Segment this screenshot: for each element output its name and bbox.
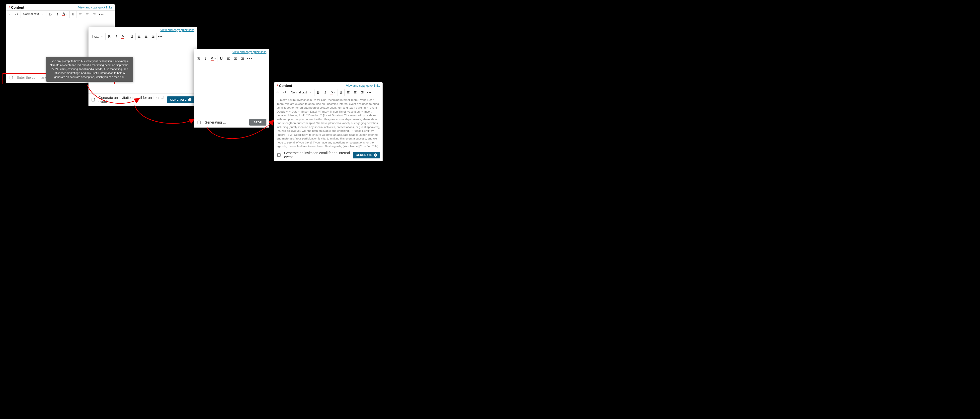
text-color-button[interactable]: A <box>209 55 218 62</box>
align-left-button[interactable] <box>225 55 232 62</box>
text-style-label: l text <box>92 35 99 38</box>
required-asterisk: * <box>9 5 10 10</box>
help-icon: ? <box>374 154 377 157</box>
underline-button[interactable]: U <box>70 11 76 18</box>
align-center-button[interactable] <box>352 89 359 96</box>
text-color-button[interactable]: A <box>119 33 128 40</box>
ai-sparkle-icon <box>91 97 96 102</box>
quick-links-link[interactable]: View and copy quick links <box>346 84 380 87</box>
underline-button[interactable]: U <box>128 33 135 40</box>
ai-command-bar: Generate an invitation email for an inte… <box>274 149 383 161</box>
undo-icon[interactable] <box>274 89 281 96</box>
chevron-down-icon <box>334 91 336 94</box>
redo-icon[interactable] <box>13 11 20 18</box>
content-label: Content <box>11 5 24 10</box>
ai-command-input[interactable]: Generate an invitation email for an inte… <box>284 151 350 159</box>
align-right-button[interactable] <box>239 55 246 62</box>
align-center-button[interactable] <box>143 33 150 40</box>
editor-toolbar: l text B I A U ••• <box>89 33 197 40</box>
editor-content-area[interactable]: Subject: You're Invited: Join Us for Our… <box>274 96 383 149</box>
stop-button[interactable]: STOP <box>249 119 266 125</box>
ai-command-bar: Generating ... STOP <box>194 117 269 127</box>
bold-button[interactable]: B <box>315 89 322 96</box>
align-left-button[interactable] <box>135 33 143 40</box>
align-center-button[interactable] <box>84 11 91 18</box>
ai-status-text: Generating ... <box>205 120 247 124</box>
editor-toolbar: B I A U ••• <box>194 55 269 62</box>
editor-toolbar: Normal text B I A U ••• <box>6 11 115 18</box>
help-icon: ? <box>188 98 191 102</box>
generate-button[interactable]: GENERATE ? <box>353 152 380 159</box>
text-style-label: Normal text <box>23 13 39 16</box>
more-button[interactable]: ••• <box>157 33 164 40</box>
italic-button[interactable]: I <box>113 33 119 40</box>
bold-button[interactable]: B <box>47 11 54 18</box>
generate-button[interactable]: GENERATE ? <box>167 97 194 103</box>
italic-button[interactable]: I <box>202 55 209 62</box>
panel-header: View and copy quick links <box>194 49 269 55</box>
editor-panel-4: * Content View and copy quick links Norm… <box>274 82 383 161</box>
editor-content-area[interactable] <box>194 62 269 117</box>
underline-button[interactable]: U <box>218 55 225 62</box>
redo-icon[interactable] <box>281 89 288 96</box>
more-button[interactable]: ••• <box>246 55 253 62</box>
italic-button[interactable]: I <box>322 89 329 96</box>
panel-header: * Content View and copy quick links <box>274 82 383 89</box>
text-style-select[interactable]: l text <box>89 35 105 38</box>
editor-panel-3: View and copy quick links B I A U ••• Ge… <box>194 49 269 127</box>
chevron-down-icon <box>310 91 312 94</box>
generate-label: GENERATE <box>170 98 187 101</box>
bold-button[interactable]: B <box>106 33 113 40</box>
align-right-button[interactable] <box>91 11 98 18</box>
editor-toolbar: Normal text B I A U ••• <box>274 89 383 96</box>
undo-icon[interactable] <box>6 11 13 18</box>
ai-sparkle-icon <box>197 119 202 125</box>
italic-button[interactable]: I <box>54 11 61 18</box>
quick-links-link[interactable]: View and copy quick links <box>78 6 112 9</box>
text-style-label: Normal text <box>291 90 307 94</box>
text-style-select[interactable]: Normal text <box>288 90 315 94</box>
panel-header: View and copy quick links <box>89 27 197 33</box>
generate-label: GENERATE <box>356 154 372 156</box>
chevron-down-icon <box>125 36 127 38</box>
underline-button[interactable]: U <box>337 89 344 96</box>
align-center-button[interactable] <box>232 55 239 62</box>
bold-button[interactable]: B <box>195 55 202 62</box>
text-style-select[interactable]: Normal text <box>21 13 47 16</box>
chevron-down-icon <box>41 13 44 16</box>
text-color-button[interactable]: A <box>329 89 337 96</box>
align-right-button[interactable] <box>150 33 156 40</box>
more-button[interactable]: ••• <box>98 11 105 18</box>
ai-sparkle-icon <box>277 152 282 158</box>
align-left-button[interactable] <box>77 11 84 18</box>
quick-links-link[interactable]: View and copy quick links <box>160 29 194 32</box>
align-right-button[interactable] <box>359 89 366 96</box>
text-color-button[interactable]: A <box>61 11 69 18</box>
ai-command-input[interactable]: Generate an invitation email for an inte… <box>99 96 164 104</box>
chevron-down-icon <box>66 13 68 15</box>
quick-links-link[interactable]: View and copy quick links <box>232 50 266 54</box>
chevron-down-icon <box>214 57 216 60</box>
chevron-down-icon <box>100 35 103 38</box>
align-left-button[interactable] <box>345 89 352 96</box>
required-asterisk: * <box>277 84 278 88</box>
content-label: Content <box>279 84 292 88</box>
ai-tooltip: Type any prompt to have AI create your d… <box>46 57 133 82</box>
panel-header: * Content View and copy quick links <box>6 4 115 11</box>
ai-command-bar: Generate an invitation email for an inte… <box>89 94 197 106</box>
ai-sparkle-icon <box>9 75 14 80</box>
more-button[interactable]: ••• <box>366 89 373 96</box>
